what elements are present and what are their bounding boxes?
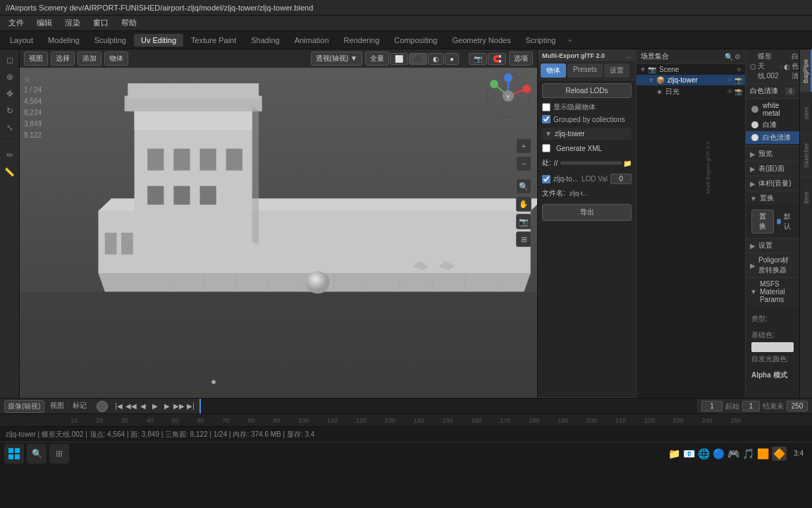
scene-tree-search-icon[interactable]: 🔍 bbox=[725, 53, 733, 61]
scene-item-sun[interactable]: ☀ 日光 👁 📸 bbox=[636, 85, 745, 98]
tab-shading[interactable]: Shading bbox=[244, 34, 286, 47]
tab-sculpting[interactable]: Sculpting bbox=[87, 34, 133, 47]
menu-window[interactable]: 窗口 bbox=[87, 16, 114, 30]
generate-xml-checkbox[interactable] bbox=[542, 144, 550, 152]
viewport-select-menu[interactable]: 选择 bbox=[51, 52, 75, 66]
shading-material[interactable]: ◐ bbox=[428, 53, 444, 65]
tool-annotate[interactable]: ✏ bbox=[2, 147, 18, 163]
menu-file[interactable]: 文件 bbox=[3, 16, 30, 30]
viewport-mode-dropdown[interactable]: 透视(轴视) ▼ bbox=[311, 52, 362, 66]
sun-render-icon[interactable]: 📸 bbox=[734, 88, 742, 95]
vp-hand[interactable]: ✋ bbox=[516, 196, 531, 212]
vp-eye-dropper[interactable]: 🔍 bbox=[516, 179, 531, 194]
playback-play[interactable]: ▶ bbox=[149, 401, 161, 412]
tool-scale[interactable]: ⤡ bbox=[2, 120, 18, 135]
tower-view-icon[interactable]: 👁 bbox=[727, 77, 733, 84]
sidebar-tab-item[interactable]: Item bbox=[800, 176, 812, 219]
tab-animation[interactable]: Animation bbox=[288, 34, 336, 47]
playback-next-keyframe[interactable]: ▶▶ bbox=[173, 401, 185, 412]
export-tab-presets[interactable]: Presets bbox=[567, 64, 603, 78]
tray-icon-6[interactable]: 🎵 bbox=[742, 448, 754, 459]
vp-zoom-in[interactable]: + bbox=[516, 138, 531, 154]
vp-grid[interactable]: ⊞ bbox=[516, 231, 531, 247]
tool-measure[interactable]: 📏 bbox=[2, 164, 18, 180]
tab-compositing[interactable]: Compositing bbox=[387, 34, 444, 47]
taskbar-taskview[interactable]: ⊞ bbox=[49, 444, 69, 464]
end-frame-input[interactable] bbox=[787, 401, 808, 411]
show-hidden-checkbox[interactable] bbox=[542, 103, 550, 111]
grouped-checkbox[interactable] bbox=[542, 115, 550, 123]
camera-label[interactable]: 摄像(轴视) bbox=[4, 400, 44, 413]
start-button[interactable] bbox=[4, 444, 24, 464]
scene-item-scene[interactable]: ▼ 📷 Scene 👁 bbox=[636, 64, 745, 75]
menu-edit[interactable]: 编辑 bbox=[31, 16, 58, 30]
viewport-view-menu[interactable]: 视图 bbox=[24, 52, 48, 66]
tray-icon-4[interactable]: 🔵 bbox=[713, 448, 725, 459]
playback-prev-frame[interactable]: ◀ bbox=[137, 401, 149, 412]
section-poligon[interactable]: ▶ Poligon材质转换器 bbox=[746, 253, 799, 277]
tab-rendering[interactable]: Rendering bbox=[337, 34, 387, 47]
tray-icon-2[interactable]: 📧 bbox=[683, 448, 695, 459]
sidebar-tab-bagpipe[interactable]: BagPipe bbox=[800, 49, 812, 92]
tab-scripting[interactable]: Scripting bbox=[519, 34, 563, 47]
reload-lods-button[interactable]: Reload LODs bbox=[542, 83, 632, 98]
mat-item-white-metal[interactable]: white metal bbox=[746, 100, 799, 119]
tool-cursor[interactable]: ⊕ bbox=[2, 69, 18, 85]
section-volume[interactable]: ▶ 体积(音量) bbox=[746, 176, 799, 190]
sidebar-tab-sketcher[interactable]: Sketcher bbox=[800, 134, 812, 176]
tab-modeling[interactable]: Modeling bbox=[41, 34, 87, 47]
sun-view-icon[interactable]: 👁 bbox=[727, 88, 733, 95]
scene-tree-settings-icon[interactable]: ⚙ bbox=[734, 53, 741, 61]
viewport[interactable]: 视图 选择 添加 物体 透视(轴视) ▼ 全量 ⬜ ⬛ ◐ bbox=[20, 49, 537, 398]
start-frame-input[interactable] bbox=[742, 401, 760, 411]
options-button[interactable]: 选项 bbox=[509, 52, 533, 66]
navigation-gizmo[interactable]: Y bbox=[486, 73, 531, 119]
sidebar-tab-osm[interactable]: osm bbox=[800, 92, 812, 134]
menu-render[interactable]: 渲染 bbox=[59, 16, 86, 30]
section-msfs[interactable]: ▼ MSFS Material Params bbox=[746, 277, 799, 306]
viewport-add-menu[interactable]: 添加 bbox=[78, 52, 102, 66]
path-input[interactable] bbox=[560, 162, 622, 164]
tab-geometry-nodes[interactable]: Geometry Nodes bbox=[445, 34, 517, 47]
section-preview[interactable]: ▶ 预览 bbox=[746, 146, 799, 161]
tab-uv-editing[interactable]: Uv Editing bbox=[134, 34, 183, 47]
tool-rotate[interactable]: ↻ bbox=[2, 103, 18, 119]
vp-camera[interactable]: 📷 bbox=[516, 214, 531, 229]
tab-texture-paint[interactable]: Texture Paint bbox=[184, 34, 243, 47]
viewport-snap-btn[interactable]: 🧲 bbox=[488, 53, 506, 65]
menu-help[interactable]: 帮助 bbox=[116, 16, 142, 30]
tool-move[interactable]: ✥ bbox=[2, 86, 18, 102]
tool-select[interactable]: ◻ bbox=[2, 52, 18, 68]
record-button[interactable] bbox=[97, 401, 108, 412]
mat-item-white-clear[interactable]: 白色清漆 bbox=[746, 131, 799, 144]
export-button[interactable]: 导出 bbox=[542, 204, 632, 221]
shading-solid[interactable]: ⬛ bbox=[409, 53, 427, 65]
vp-zoom-out[interactable]: − bbox=[516, 156, 531, 171]
shading-render[interactable]: ● bbox=[445, 53, 459, 65]
viewport-camera-btn[interactable]: 📷 bbox=[469, 53, 487, 65]
export-collection-item[interactable]: ▼ zljq-tower bbox=[542, 128, 632, 140]
export-tab-settings[interactable]: 设置 bbox=[604, 64, 629, 78]
section-surface[interactable]: ▶ 表(面)面 bbox=[746, 161, 799, 176]
viewport-object-menu[interactable]: 物体 bbox=[104, 52, 128, 66]
section-displacement[interactable]: ▼ 置换 bbox=[746, 190, 799, 205]
taskbar-search[interactable]: 🔍 bbox=[27, 444, 47, 464]
timeline-ruler[interactable] bbox=[199, 399, 697, 413]
section-settings[interactable]: ▶ 设置 bbox=[746, 238, 799, 253]
viewport-overlay-btn[interactable]: 全量 bbox=[365, 52, 389, 66]
playback-jump-end[interactable]: ▶| bbox=[185, 401, 197, 412]
basecolor-swatch[interactable] bbox=[751, 342, 794, 352]
path-folder-icon[interactable]: 📁 bbox=[623, 159, 632, 167]
lod-checkbox[interactable] bbox=[542, 175, 550, 183]
tray-icon-3[interactable]: 🌐 bbox=[698, 448, 710, 459]
tray-icon-5[interactable]: 🎮 bbox=[727, 448, 739, 459]
view-label[interactable]: 视图 bbox=[47, 400, 67, 413]
replace-button[interactable]: 置换 bbox=[751, 210, 774, 234]
playback-jump-start[interactable]: |◀ bbox=[113, 401, 125, 412]
scene-canvas[interactable]: 形 1 / 24 4,564 8,224 3,849 8,122 bbox=[20, 68, 537, 398]
tab-add[interactable]: + bbox=[563, 34, 576, 47]
marker-label[interactable]: 标记 bbox=[70, 400, 90, 413]
playback-prev-keyframe[interactable]: ◀◀ bbox=[125, 401, 137, 412]
lod-val-input[interactable] bbox=[610, 174, 632, 184]
scene-view-icon[interactable]: 👁 bbox=[736, 66, 742, 73]
